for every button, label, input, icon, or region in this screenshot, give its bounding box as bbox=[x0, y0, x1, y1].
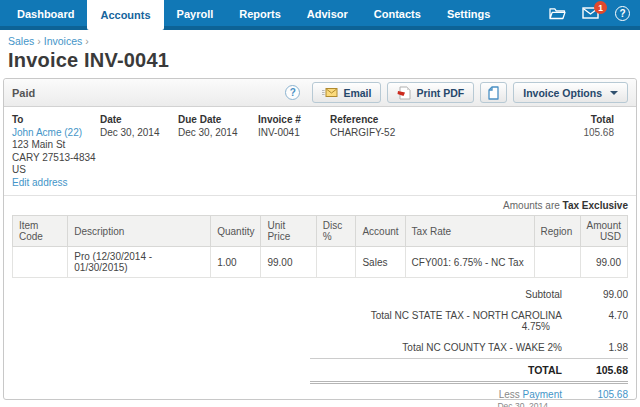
cell-disc bbox=[316, 247, 356, 278]
invoice-header: To John Acme (22) 123 Main St CARY 27513… bbox=[4, 107, 636, 193]
table-row[interactable]: Pro (12/30/2014 - 01/30/2015) 1.00 99.00… bbox=[13, 247, 628, 278]
col-unit-price: Unit Price bbox=[261, 216, 316, 247]
email-button[interactable]: Email bbox=[312, 82, 381, 103]
top-nav: Dashboard Accounts Payroll Reports Advis… bbox=[0, 0, 640, 30]
breadcrumb-invoices[interactable]: Invoices bbox=[44, 35, 83, 47]
due-date-field: Due Date Dec 30, 2014 bbox=[178, 114, 244, 189]
email-envelope-icon bbox=[322, 87, 338, 98]
line-items-table: Item Code Description Quantity Unit Pric… bbox=[12, 215, 628, 278]
payment-row: Less Payment Dec 30, 2014 105.68 bbox=[310, 384, 628, 407]
nav-utility-icons: 1 ? bbox=[549, 0, 630, 26]
contact-link[interactable]: John Acme (22) bbox=[12, 127, 82, 138]
breadcrumb-separator: › bbox=[37, 35, 41, 47]
col-tax-rate: Tax Rate bbox=[405, 216, 534, 247]
col-item-code: Item Code bbox=[13, 216, 68, 247]
nav-item-contacts[interactable]: Contacts bbox=[361, 0, 434, 30]
invoice-options-button[interactable]: Invoice Options bbox=[513, 82, 628, 103]
table-header-row: Item Code Description Quantity Unit Pric… bbox=[13, 216, 628, 247]
notification-badge: 1 bbox=[594, 1, 607, 14]
cell-region bbox=[534, 247, 580, 278]
breadcrumb: Sales›Invoices› bbox=[8, 35, 632, 47]
totals-section: Subtotal 99.00 Total NC STATE TAX - NORT… bbox=[310, 284, 628, 407]
page-header: Sales›Invoices› Invoice INV-0041 bbox=[0, 30, 640, 78]
breadcrumb-separator: › bbox=[85, 35, 89, 47]
files-folder-icon[interactable] bbox=[549, 7, 566, 20]
reference-field: Reference CHARGIFY-52 bbox=[330, 114, 440, 189]
header-total-field: Total 105.68 bbox=[454, 114, 614, 189]
col-description: Description bbox=[68, 216, 211, 247]
nav-item-reports[interactable]: Reports bbox=[226, 0, 294, 30]
col-amount: Amount USD bbox=[580, 216, 627, 247]
invoice-panel: Paid ? Email bbox=[3, 78, 637, 400]
total-row: TOTAL 105.68 bbox=[310, 359, 628, 381]
edit-address-link[interactable]: Edit address bbox=[12, 177, 68, 188]
payment-link[interactable]: Payment bbox=[523, 389, 562, 400]
to-field: To John Acme (22) 123 Main St CARY 27513… bbox=[12, 114, 100, 189]
nav-item-accounts[interactable]: Accounts bbox=[87, 0, 163, 30]
payment-date: Dec 30, 2014 bbox=[497, 401, 548, 407]
document-icon bbox=[488, 86, 499, 100]
cell-account: Sales bbox=[356, 247, 405, 278]
nav-tabs: Dashboard Accounts Payroll Reports Advis… bbox=[0, 0, 503, 30]
breadcrumb-sales[interactable]: Sales bbox=[8, 35, 34, 47]
status-badge: Paid bbox=[12, 87, 35, 99]
help-icon[interactable]: ? bbox=[615, 6, 630, 21]
chevron-down-icon bbox=[610, 91, 618, 95]
nav-item-settings[interactable]: Settings bbox=[434, 0, 503, 30]
amounts-note: Amounts are Tax Exclusive bbox=[4, 196, 636, 214]
inbox-mail-icon[interactable]: 1 bbox=[582, 7, 599, 19]
invoice-number-field: Invoice # INV-0041 bbox=[258, 114, 316, 189]
cell-quantity: 1.00 bbox=[211, 247, 261, 278]
cell-tax-rate: CFY001: 6.75% - NC Tax bbox=[405, 247, 534, 278]
pdf-icon bbox=[397, 86, 411, 100]
nav-item-dashboard[interactable]: Dashboard bbox=[4, 0, 87, 30]
page-title: Invoice INV-0041 bbox=[8, 49, 632, 72]
nav-item-advisor[interactable]: Advisor bbox=[294, 0, 361, 30]
cell-description: Pro (12/30/2014 - 01/30/2015) bbox=[68, 247, 211, 278]
col-account: Account bbox=[356, 216, 405, 247]
state-tax-row: Total NC STATE TAX - NORTH CAROLINA 4.75… bbox=[310, 305, 628, 337]
subtotal-row: Subtotal 99.00 bbox=[310, 284, 628, 305]
date-field: Date Dec 30, 2014 bbox=[100, 114, 164, 189]
address-line: CARY 27513-4834 bbox=[12, 152, 100, 165]
col-disc: Disc % bbox=[316, 216, 356, 247]
col-quantity: Quantity bbox=[211, 216, 261, 247]
help-icon-toolbar[interactable]: ? bbox=[285, 85, 300, 100]
cell-item-code bbox=[13, 247, 68, 278]
cell-unit-price: 99.00 bbox=[261, 247, 316, 278]
print-pdf-button[interactable]: Print PDF bbox=[387, 82, 474, 103]
address-line: US bbox=[12, 164, 100, 177]
address-line: 123 Main St bbox=[12, 139, 100, 152]
toolbar-actions: ? Email bbox=[285, 82, 628, 103]
col-region: Region bbox=[534, 216, 580, 247]
cell-amount: 99.00 bbox=[580, 247, 627, 278]
copy-document-button[interactable] bbox=[480, 82, 507, 103]
county-tax-row: Total NC COUNTY TAX - WAKE 2% 1.98 bbox=[310, 337, 628, 358]
invoice-toolbar: Paid ? Email bbox=[4, 79, 636, 107]
nav-item-payroll[interactable]: Payroll bbox=[164, 0, 227, 30]
